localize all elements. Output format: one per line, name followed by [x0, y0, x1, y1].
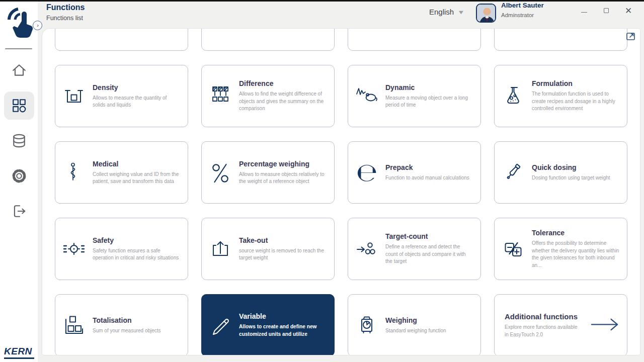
- functions-panel: DensityAllows to measure the quantity of…: [42, 28, 640, 355]
- card-title: Dynamic: [385, 83, 473, 92]
- chevron-down-icon: ▼: [457, 9, 465, 15]
- function-card-variable[interactable]: VariableAllows to create and define new …: [201, 294, 335, 355]
- sidebar: KERN: [0, 0, 38, 362]
- function-card-safety[interactable]: SafetySafety function ensures a safe ope…: [55, 218, 188, 280]
- functions-grid: DensityAllows to measure the quantity of…: [55, 28, 627, 355]
- weighing-scale-icon: [348, 314, 385, 336]
- card-description: Offers the possibility to determine whet…: [532, 240, 620, 269]
- header: Functions Functions list English ▼ Alber…: [38, 0, 644, 28]
- home-icon: [12, 63, 27, 78]
- logout-icon: [12, 204, 27, 219]
- card-description: Allows to measure the quantity of solids…: [93, 95, 181, 109]
- card-description: Allows to create and define new customiz…: [239, 323, 327, 338]
- function-card-target-count[interactable]: Target-countDefine a reference and detec…: [348, 218, 481, 280]
- card-description: Dosing function using target weight: [532, 174, 620, 182]
- card-title: Quick dosing: [532, 163, 620, 171]
- clipped-card[interactable]: [55, 28, 188, 51]
- card-title: Formulation: [532, 79, 620, 87]
- sidebar-nav: [0, 56, 38, 232]
- percentage-icon: [202, 161, 239, 184]
- tolerance-icon: [495, 238, 532, 260]
- function-card-difference[interactable]: DifferenceAllows to find the weight diff…: [201, 65, 335, 127]
- page-title: Functions: [46, 3, 85, 12]
- card-title: Variable: [239, 312, 327, 320]
- sidebar-divider: [5, 48, 32, 49]
- function-card-percentage-weighing[interactable]: Percentage weighingAllows to measure obj…: [201, 141, 335, 204]
- function-card-formulation[interactable]: FormulationThe formulation function is u…: [494, 65, 627, 127]
- card-description: Standard weighing function: [385, 327, 473, 335]
- function-card-prepack[interactable]: ℮PrepackFunction to avoid manual calcula…: [348, 141, 481, 204]
- user-role: Adminstrator: [501, 12, 534, 18]
- sidebar-item-database[interactable]: [4, 127, 34, 155]
- sidebar-item-settings[interactable]: [4, 162, 34, 190]
- function-card-totalisation[interactable]: TotalisationSum of your measured objects: [55, 294, 188, 355]
- card-title: Medical: [93, 160, 181, 168]
- card-description: Sum of your measured objects: [93, 327, 181, 335]
- clipped-card[interactable]: [494, 28, 627, 51]
- variable-pencil-icon: [202, 314, 239, 336]
- card-title: Prepack: [385, 163, 473, 171]
- function-card-dynamic[interactable]: DynamicMeasure a moving object over a lo…: [348, 65, 481, 127]
- card-description: Function to avoid manual calculations: [385, 174, 473, 182]
- card-description: Measure a moving object over a long peri…: [385, 95, 473, 109]
- close-button[interactable]: ✕: [625, 7, 632, 14]
- difference-icon: [202, 85, 239, 107]
- clipped-card[interactable]: [348, 28, 481, 51]
- prepack-estimated-icon: ℮: [348, 160, 385, 185]
- totalisation-icon: [55, 314, 93, 336]
- card-title: Totalisation: [93, 316, 181, 324]
- expand-fullscreen-icon[interactable]: [626, 31, 635, 41]
- formulation-flask-icon: [495, 85, 532, 107]
- avatar[interactable]: [476, 4, 496, 23]
- chevron-right-icon: ›: [37, 23, 39, 28]
- page-subtitle: Functions list: [46, 15, 83, 22]
- card-title: Tolerance: [532, 229, 620, 237]
- card-title: Percentage weighing: [239, 160, 327, 168]
- kern-logo: KERN: [4, 346, 34, 359]
- card-description: Allows to measure objects relatively to …: [239, 171, 327, 186]
- function-card-weighing[interactable]: WeighingStandard weighing function: [348, 294, 481, 355]
- card-description: Allows to find the weight difference of …: [239, 90, 327, 113]
- function-card-tolerance[interactable]: ToleranceOffers the possibility to deter…: [494, 218, 627, 280]
- window-top-edge: [0, 0, 644, 2]
- card-description: Define a reference and detect the count …: [385, 243, 473, 265]
- target-count-icon: [348, 238, 385, 260]
- language-selector[interactable]: English ▼: [429, 8, 464, 16]
- function-card-additional-functions[interactable]: Additional functionsExplore more functio…: [494, 294, 627, 355]
- apps-grid-icon: [12, 98, 27, 113]
- window-controls: ✕: [581, 7, 632, 14]
- card-title: Density: [93, 83, 181, 92]
- sidebar-item-logout[interactable]: [4, 197, 34, 225]
- sidebar-item-functions[interactable]: [4, 92, 34, 120]
- function-card-density[interactable]: DensityAllows to measure the quantity of…: [55, 65, 188, 127]
- easytouch-touch-logo-icon: [5, 4, 34, 40]
- safety-crosshair-icon: [55, 238, 93, 260]
- card-title: Additional functions: [505, 312, 582, 321]
- card-description: Explore more functions available in Easy…: [505, 324, 582, 338]
- arrow-right-icon: [589, 317, 620, 334]
- clipped-card[interactable]: [201, 28, 335, 51]
- card-description: source weight is removed to reach the ta…: [239, 247, 327, 262]
- sidebar-collapse-button[interactable]: ›: [33, 21, 42, 30]
- card-title: Difference: [239, 79, 327, 87]
- sidebar-item-home[interactable]: [4, 56, 34, 84]
- quick-dosing-dropper-icon: [495, 161, 532, 184]
- gear-icon: [12, 168, 27, 184]
- function-card-medical[interactable]: MedicalCollect weighing value and ID fro…: [55, 141, 188, 204]
- card-description: Safety function ensures a safe operation…: [93, 247, 181, 262]
- user-name: Albert Sauter: [501, 2, 544, 9]
- card-title: Target-count: [385, 232, 473, 240]
- minimize-button[interactable]: [581, 7, 588, 14]
- card-description: Collect weighing value and ID from the p…: [93, 171, 181, 186]
- maximize-button[interactable]: [603, 7, 610, 14]
- medical-staff-icon: [55, 161, 93, 184]
- function-card-quick-dosing[interactable]: Quick dosingDosing function using target…: [494, 141, 627, 204]
- card-description: The formulation function is used to crea…: [532, 90, 620, 113]
- card-title: Safety: [93, 236, 181, 244]
- card-title: Take-out: [239, 236, 327, 244]
- density-icon: [55, 85, 93, 107]
- language-label: English: [429, 8, 454, 16]
- dynamic-icon: [348, 85, 385, 107]
- function-card-take-out[interactable]: Take-outsource weight is removed to reac…: [201, 218, 335, 280]
- card-title: Weighing: [385, 316, 473, 324]
